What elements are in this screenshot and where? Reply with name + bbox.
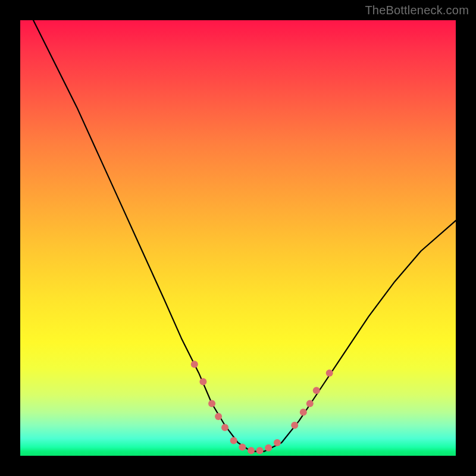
highlight-dot bbox=[239, 443, 246, 450]
highlight-dot bbox=[248, 447, 255, 454]
highlight-dot bbox=[191, 361, 198, 368]
highlight-dot bbox=[256, 447, 264, 454]
curve-layer bbox=[20, 20, 456, 456]
highlight-dot bbox=[291, 422, 298, 429]
highlight-dot bbox=[199, 378, 206, 386]
highlight-dot bbox=[221, 424, 228, 431]
highlight-dot bbox=[215, 413, 222, 420]
highlight-dot bbox=[300, 409, 307, 416]
plot-area bbox=[20, 20, 456, 456]
highlight-dot bbox=[208, 400, 215, 407]
highlight-dot bbox=[230, 437, 237, 444]
bottleneck-curve bbox=[33, 20, 456, 452]
chart-frame: TheBottleneck.com bbox=[0, 0, 476, 476]
highlight-dot bbox=[313, 387, 320, 394]
highlight-dot bbox=[306, 400, 314, 407]
highlight-dot bbox=[274, 439, 281, 446]
highlight-dot bbox=[326, 369, 333, 377]
highlight-dots bbox=[191, 361, 333, 454]
highlight-dot bbox=[265, 444, 272, 452]
watermark-text: TheBottleneck.com bbox=[365, 4, 469, 17]
